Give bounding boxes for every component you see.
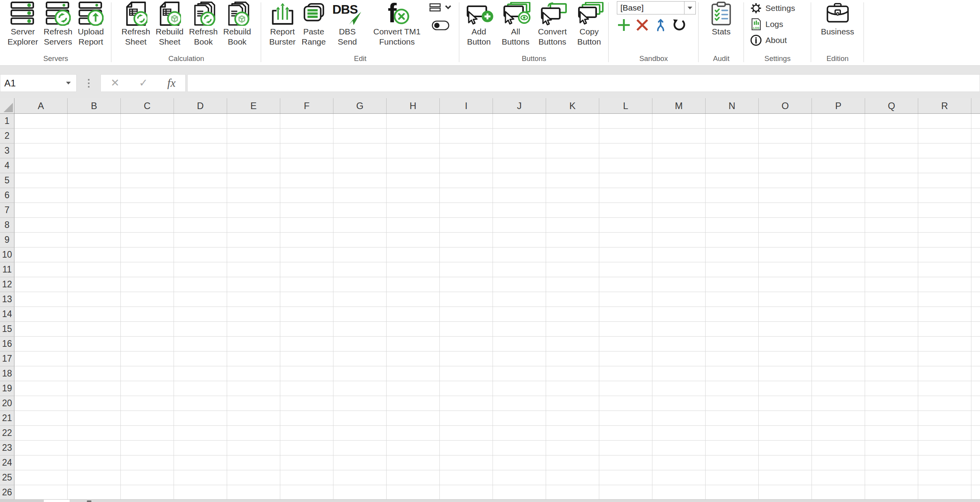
cell-O17[interactable] xyxy=(759,351,812,366)
cell-C25[interactable] xyxy=(121,470,174,485)
cell-M18[interactable] xyxy=(652,366,706,381)
row-header-21[interactable]: 21 xyxy=(0,411,14,426)
cell-A26[interactable] xyxy=(14,485,68,499)
cell-E5[interactable] xyxy=(227,173,280,188)
cell-F12[interactable] xyxy=(280,277,333,292)
cell-E24[interactable] xyxy=(227,455,280,470)
cell-A14[interactable] xyxy=(14,307,68,322)
cell-P20[interactable] xyxy=(812,396,865,411)
cell-Q1[interactable] xyxy=(865,114,918,129)
row-header-8[interactable]: 8 xyxy=(0,218,14,233)
cell-Q13[interactable] xyxy=(865,292,918,307)
cell-Q9[interactable] xyxy=(865,233,918,247)
add-button-button[interactable]: Add Button xyxy=(460,1,497,47)
cell-L11[interactable] xyxy=(599,262,652,277)
cell-I11[interactable] xyxy=(440,262,493,277)
cell-P25[interactable] xyxy=(812,470,865,485)
cell-H19[interactable] xyxy=(387,381,440,396)
server-explorer-button[interactable]: Server Explorer xyxy=(5,1,41,47)
cell-B15[interactable] xyxy=(68,322,121,337)
cell-L15[interactable] xyxy=(599,322,652,337)
cell-G25[interactable] xyxy=(333,470,387,485)
cell-F3[interactable] xyxy=(280,143,333,158)
formula-input[interactable] xyxy=(187,74,980,92)
cell-G19[interactable] xyxy=(333,381,387,396)
cell-N7[interactable] xyxy=(706,203,759,218)
column-header-N[interactable]: N xyxy=(706,98,759,113)
cell-K19[interactable] xyxy=(546,381,599,396)
cell-R23[interactable] xyxy=(918,441,971,455)
cell-C23[interactable] xyxy=(121,441,174,455)
cell-K22[interactable] xyxy=(546,426,599,441)
cell-O25[interactable] xyxy=(759,470,812,485)
cell-G7[interactable] xyxy=(333,203,387,218)
cell-G16[interactable] xyxy=(333,337,387,351)
cell-I17[interactable] xyxy=(440,351,493,366)
cell-H22[interactable] xyxy=(387,426,440,441)
column-header-C[interactable]: C xyxy=(121,98,174,113)
cell-A18[interactable] xyxy=(14,366,68,381)
logs-button[interactable]: .LOG Logs xyxy=(750,18,807,30)
cell-B1[interactable] xyxy=(68,114,121,129)
cell-K21[interactable] xyxy=(546,411,599,426)
cell-R8[interactable] xyxy=(918,218,971,233)
cell-I25[interactable] xyxy=(440,470,493,485)
cell-B24[interactable] xyxy=(68,455,121,470)
all-buttons-button[interactable]: All Buttons xyxy=(497,1,534,47)
cell-M17[interactable] xyxy=(652,351,706,366)
cell-G18[interactable] xyxy=(333,366,387,381)
cell-E4[interactable] xyxy=(227,158,280,173)
cell-L18[interactable] xyxy=(599,366,652,381)
cell-E15[interactable] xyxy=(227,322,280,337)
cell-N9[interactable] xyxy=(706,233,759,247)
column-header-I[interactable]: I xyxy=(440,98,493,113)
cell-partial-17[interactable] xyxy=(971,351,980,366)
cell-K4[interactable] xyxy=(546,158,599,173)
cell-C14[interactable] xyxy=(121,307,174,322)
refresh-book-button[interactable]: Refresh Book xyxy=(186,1,221,47)
row-header-4[interactable]: 4 xyxy=(0,158,14,173)
cell-E3[interactable] xyxy=(227,143,280,158)
cell-H2[interactable] xyxy=(387,129,440,143)
cell-O6[interactable] xyxy=(759,188,812,203)
cell-E26[interactable] xyxy=(227,485,280,499)
column-header-G[interactable]: G xyxy=(333,98,387,113)
cell-R3[interactable] xyxy=(918,143,971,158)
cell-partial-6[interactable] xyxy=(971,188,980,203)
cell-G1[interactable] xyxy=(333,114,387,129)
cell-R13[interactable] xyxy=(918,292,971,307)
cell-I2[interactable] xyxy=(440,129,493,143)
cell-J11[interactable] xyxy=(493,262,546,277)
cell-D13[interactable] xyxy=(174,292,227,307)
cell-D9[interactable] xyxy=(174,233,227,247)
row-header-26[interactable]: 26 xyxy=(0,485,14,499)
cell-L22[interactable] xyxy=(599,426,652,441)
cell-I16[interactable] xyxy=(440,337,493,351)
cell-C2[interactable] xyxy=(121,129,174,143)
cell-D4[interactable] xyxy=(174,158,227,173)
cell-D25[interactable] xyxy=(174,470,227,485)
cell-C10[interactable] xyxy=(121,247,174,262)
cell-K5[interactable] xyxy=(546,173,599,188)
cell-F11[interactable] xyxy=(280,262,333,277)
refresh-servers-button[interactable]: Refresh Servers xyxy=(41,1,75,47)
cell-O18[interactable] xyxy=(759,366,812,381)
refresh-sheet-button[interactable]: Refresh Sheet xyxy=(119,1,153,47)
row-header-24[interactable]: 24 xyxy=(0,455,14,470)
cell-M15[interactable] xyxy=(652,322,706,337)
cell-B17[interactable] xyxy=(68,351,121,366)
cell-K25[interactable] xyxy=(546,470,599,485)
cell-P22[interactable] xyxy=(812,426,865,441)
cell-C15[interactable] xyxy=(121,322,174,337)
cell-A17[interactable] xyxy=(14,351,68,366)
row-header-10[interactable]: 10 xyxy=(0,247,14,262)
cell-P4[interactable] xyxy=(812,158,865,173)
cell-A9[interactable] xyxy=(14,233,68,247)
cell-I21[interactable] xyxy=(440,411,493,426)
cell-K7[interactable] xyxy=(546,203,599,218)
cell-partial-2[interactable] xyxy=(971,129,980,143)
cell-M9[interactable] xyxy=(652,233,706,247)
cell-H16[interactable] xyxy=(387,337,440,351)
cell-F10[interactable] xyxy=(280,247,333,262)
cell-J19[interactable] xyxy=(493,381,546,396)
